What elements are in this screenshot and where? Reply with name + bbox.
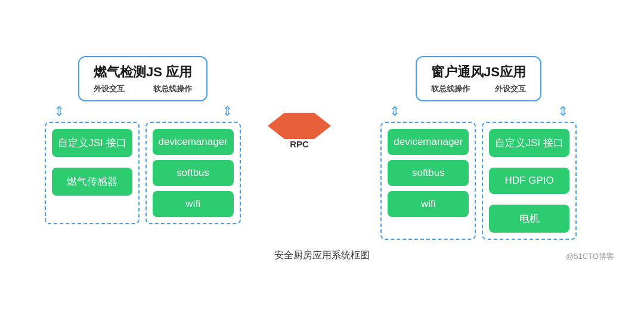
right-stack-0: devicemanager bbox=[388, 129, 469, 155]
right-bidirect-arrow-right: ⇕ bbox=[558, 105, 568, 118]
right-app-box: 窗户通风JS应用 软总线操作 外设交互 bbox=[416, 56, 541, 101]
right-arrows: ⇕ ⇕ bbox=[389, 105, 568, 118]
left-arrows: ⇕ ⇕ bbox=[54, 105, 233, 118]
right-stack-box: devicemanager softbus wifi bbox=[380, 122, 476, 240]
left-section: 燃气检测JS 应用 外设交互 软总线操作 ⇕ ⇕ bbox=[24, 56, 262, 224]
main-container: 燃气检测JS 应用 外设交互 软总线操作 ⇕ ⇕ bbox=[0, 44, 644, 268]
rpc-label: RPC bbox=[290, 139, 309, 149]
arrow-body bbox=[284, 113, 314, 139]
left-stack-box: devicemanager softbus wifi bbox=[145, 122, 241, 224]
left-app-label-right: 软总线操作 bbox=[153, 84, 192, 94]
right-app-label-left: 软总线操作 bbox=[431, 84, 470, 94]
left-device-1: 燃气传感器 bbox=[52, 168, 132, 196]
right-inner: devicemanager softbus wifi 自定义JSI 接口 HDF… bbox=[380, 122, 577, 240]
right-bidirect-arrow-left: ⇕ bbox=[389, 105, 400, 118]
right-device-0: 自定义JSI 接口 bbox=[489, 129, 569, 157]
right-app-label: 软总线操作 外设交互 bbox=[431, 84, 526, 94]
caption: 安全厨房应用系统框图 bbox=[274, 249, 370, 262]
rpc-arrow-graphic bbox=[268, 113, 331, 139]
watermark: @51CTO博客 bbox=[566, 251, 614, 262]
arrow-right-head bbox=[314, 113, 331, 139]
left-arrow-right: ⇕ bbox=[222, 105, 233, 118]
rpc-section: RPC bbox=[262, 113, 337, 149]
right-arrow-right: ⇕ bbox=[558, 105, 568, 118]
left-app-label-left: 外设交互 bbox=[94, 84, 125, 94]
left-bidirect-arrow-left: ⇕ bbox=[54, 105, 64, 118]
right-devices-box: 自定义JSI 接口 HDF GPIO 电机 bbox=[482, 122, 576, 240]
right-arrow-left: ⇕ bbox=[389, 105, 400, 118]
arrow-left-head bbox=[268, 113, 284, 139]
left-bidirect-arrow-right: ⇕ bbox=[222, 105, 233, 118]
diagram: 燃气检测JS 应用 外设交互 软总线操作 ⇕ ⇕ bbox=[24, 56, 620, 240]
left-device-0: 自定义JSI 接口 bbox=[52, 129, 132, 157]
right-section: 窗户通风JS应用 软总线操作 外设交互 ⇕ ⇕ bbox=[337, 56, 620, 240]
left-arrow-left: ⇕ bbox=[54, 105, 64, 118]
right-stack-2: wifi bbox=[388, 191, 469, 217]
right-app-label-right: 外设交互 bbox=[495, 84, 526, 94]
right-app-title: 窗户通风JS应用 bbox=[431, 64, 526, 79]
left-stack-1: softbus bbox=[153, 160, 234, 186]
left-inner: 自定义JSI 接口 燃气传感器 devicemanager softbus wi… bbox=[45, 122, 241, 224]
left-app-label: 外设交互 软总线操作 bbox=[94, 84, 192, 94]
right-device-2: 电机 bbox=[489, 205, 569, 233]
left-stack-2: wifi bbox=[153, 191, 234, 217]
left-app-box: 燃气检测JS 应用 外设交互 软总线操作 bbox=[78, 56, 208, 101]
right-app-wrapper: 窗户通风JS应用 软总线操作 外设交互 ⇕ ⇕ bbox=[389, 56, 568, 122]
left-stack-0: devicemanager bbox=[153, 129, 234, 155]
left-devices-box: 自定义JSI 接口 燃气传感器 bbox=[45, 122, 139, 224]
right-stack-1: softbus bbox=[388, 160, 469, 186]
right-device-1: HDF GPIO bbox=[489, 168, 569, 194]
left-app-title: 燃气检测JS 应用 bbox=[94, 64, 192, 79]
left-app-wrapper: 燃气检测JS 应用 外设交互 软总线操作 ⇕ ⇕ bbox=[54, 56, 233, 122]
